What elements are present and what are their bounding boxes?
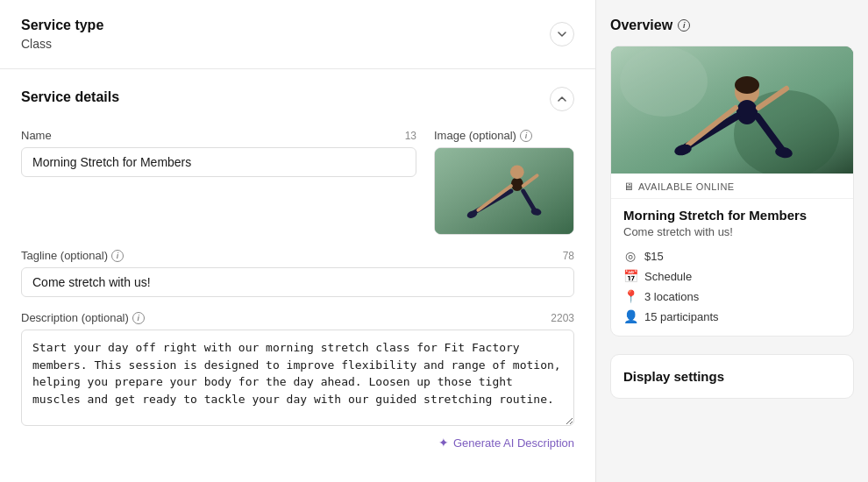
tagline-info-icon[interactable]: i xyxy=(111,250,124,262)
sparkle-icon: ✦ xyxy=(438,436,449,450)
service-type-label: Service type xyxy=(21,18,103,33)
tagline-field-group: Tagline (optional) i 78 xyxy=(21,249,574,297)
description-label-text: Description (optional) i xyxy=(21,311,145,324)
name-char-count: 13 xyxy=(405,130,416,142)
overview-card: 🖥 AVAILABLE ONLINE Morning Stretch for M… xyxy=(610,46,854,337)
name-input[interactable] xyxy=(21,147,416,177)
overview-header: Overview i xyxy=(610,18,854,33)
name-field-group: Name 13 xyxy=(21,129,416,235)
service-details-header: Service details xyxy=(21,87,574,111)
overview-schedule-item: 📅 Schedule xyxy=(623,269,841,283)
overview-service-name: Morning Stretch for Members xyxy=(623,208,841,223)
tagline-label-row: Tagline (optional) i 78 xyxy=(21,249,574,262)
image-field-group: Image (optional) i xyxy=(434,129,574,235)
name-image-row: Name 13 Image (optional) i xyxy=(21,129,574,235)
image-upload-box[interactable] xyxy=(434,147,574,235)
description-char-count: 2203 xyxy=(551,312,574,324)
tagline-char-count: 78 xyxy=(563,250,574,262)
name-label-row: Name 13 xyxy=(21,129,416,142)
service-details-title: Service details xyxy=(21,89,119,105)
display-settings-title: Display settings xyxy=(623,369,841,384)
overview-participants-item: 👤 15 participants xyxy=(623,309,841,323)
service-type-header: Service type Class xyxy=(21,18,574,51)
tagline-input[interactable] xyxy=(21,267,574,297)
svg-point-15 xyxy=(736,100,758,124)
overview-title: Overview xyxy=(610,18,672,33)
max-participants-section: Max participants i Participants ▲ ▼ xyxy=(0,467,595,482)
overview-image xyxy=(611,46,853,174)
overview-tagline: Come stretch with us! xyxy=(623,225,841,238)
service-type-value: Class xyxy=(21,37,103,51)
overview-price-item: ◎ $15 xyxy=(623,249,841,263)
left-panel: Service type Class Service details xyxy=(0,0,596,482)
description-field-group: Description (optional) i 2203 Start your… xyxy=(21,311,574,450)
svg-point-2 xyxy=(511,177,523,191)
service-type-section: Service type Class xyxy=(0,0,595,69)
tagline-label-text: Tagline (optional) i xyxy=(21,249,124,262)
name-label-text: Name xyxy=(21,129,52,142)
price-icon: ◎ xyxy=(623,249,637,263)
service-type-chevron[interactable] xyxy=(550,22,574,46)
overview-schedule: Schedule xyxy=(644,270,692,283)
svg-point-12 xyxy=(620,46,708,117)
service-type-content: Service type Class xyxy=(21,18,103,51)
service-details-chevron[interactable] xyxy=(550,87,574,111)
location-icon: 📍 xyxy=(623,289,637,303)
participants-icon: 👤 xyxy=(623,309,637,323)
svg-point-3 xyxy=(510,165,524,179)
generate-ai-description-button[interactable]: ✦ Generate AI Description xyxy=(438,436,574,450)
description-label-row: Description (optional) i 2203 xyxy=(21,311,574,324)
overview-locations-item: 📍 3 locations xyxy=(623,289,841,303)
overview-details: ◎ $15 📅 Schedule 📍 3 locations 👤 15 part… xyxy=(623,249,841,323)
overview-participants: 15 participants xyxy=(644,310,719,323)
monitor-icon: 🖥 xyxy=(623,181,634,193)
available-online-text: AVAILABLE ONLINE xyxy=(638,181,735,192)
svg-point-22 xyxy=(735,76,759,94)
available-online-badge: 🖥 AVAILABLE ONLINE xyxy=(611,174,853,199)
image-preview xyxy=(435,148,573,234)
display-settings-section: Display settings xyxy=(610,354,854,399)
overview-locations: 3 locations xyxy=(644,290,699,303)
description-textarea[interactable]: Start your day off right with our mornin… xyxy=(21,330,574,426)
image-label-text: Image (optional) i xyxy=(434,129,532,142)
image-label-row: Image (optional) i xyxy=(434,129,574,142)
overview-price: $15 xyxy=(644,250,664,263)
overview-card-body: Morning Stretch for Members Come stretch… xyxy=(611,199,853,336)
service-details-section: Service details Name 13 Image (optional) xyxy=(0,69,595,467)
image-info-icon[interactable]: i xyxy=(520,130,532,142)
overview-info-icon[interactable]: i xyxy=(678,19,690,32)
description-footer: ✦ Generate AI Description xyxy=(21,436,574,450)
description-info-icon[interactable]: i xyxy=(132,312,145,324)
schedule-icon: 📅 xyxy=(623,269,637,283)
right-panel: Overview i xyxy=(596,0,868,482)
